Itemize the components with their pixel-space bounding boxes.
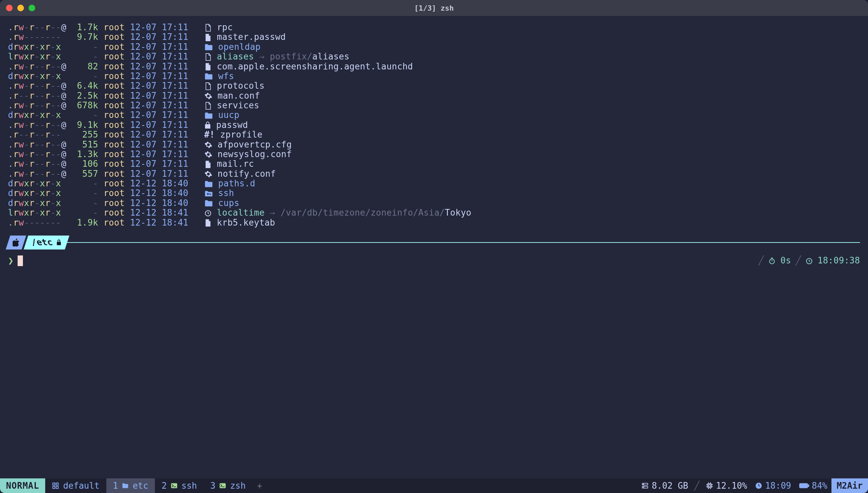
tmux-tab[interactable]: 1etc — [106, 478, 155, 493]
prompt-line: /etc — [8, 236, 860, 250]
cursor — [18, 255, 23, 266]
cpu-icon — [705, 482, 714, 490]
grid-icon — [52, 482, 59, 489]
file-row: lrwxr-xr-x - root 12-12 18:41 localtime … — [8, 208, 860, 218]
clock-icon — [806, 256, 813, 265]
file-listing: .rw-r--r--@ 1.7k root 12-07 17:11 rpc.rw… — [8, 23, 860, 228]
tmux-tab[interactable]: 2ssh — [155, 478, 204, 493]
gear-icon — [204, 149, 212, 159]
cpu-stat: 12.10% — [701, 481, 751, 491]
file-row: .rw------- 9.7k root 12-07 17:11 master.… — [8, 32, 860, 42]
file-name: wfs — [218, 71, 234, 81]
file-name: openldap — [218, 42, 261, 52]
tmux-statusbar: NORMAL default 1etc2ssh3zsh + 8.02 GB ╱ … — [0, 478, 868, 493]
file-name: ssh — [218, 188, 234, 198]
file-row: .rw-r--r--@ 678k root 12-07 17:11 servic… — [8, 101, 860, 110]
svg-rect-11 — [220, 484, 226, 488]
tmux-tab[interactable]: 3zsh — [204, 478, 253, 493]
hostname: M2Air — [831, 478, 868, 493]
svg-rect-10 — [171, 484, 177, 488]
file-name: notify.conf — [218, 169, 276, 179]
file-name: rpc — [217, 22, 233, 32]
clock-icon — [204, 208, 212, 218]
file-row: .rw-r--r--@ 82 root 12-07 17:11 com.appl… — [8, 62, 860, 71]
key-icon — [204, 188, 213, 198]
folder-icon — [204, 42, 213, 52]
window-title: [1/3] zsh — [414, 4, 453, 12]
file-row: drwxr-xr-x - root 12-07 17:11 uucp — [8, 110, 860, 120]
prompt-char: ❯ — [8, 255, 14, 266]
svg-rect-9 — [56, 486, 58, 488]
file-name: localtime — [217, 208, 265, 218]
file-row: drwxr-xr-x - root 12-07 17:11 openldap — [8, 42, 860, 52]
file-name: uucp — [218, 110, 239, 120]
file-name: man.conf — [218, 91, 260, 101]
doc-icon — [204, 62, 212, 71]
svg-point-14 — [643, 484, 644, 485]
file-row: .rw-r--r--@ 1.7k root 12-07 17:11 rpc — [8, 23, 860, 32]
terminal-window: [1/3] zsh .rw-r--r--@ 1.7k root 12-07 17… — [0, 0, 868, 493]
doc-icon — [204, 159, 212, 169]
lock-icon — [56, 239, 62, 246]
doc-icon — [204, 218, 212, 228]
add-tab-button[interactable]: + — [252, 481, 267, 491]
file-name: passwd — [216, 120, 248, 130]
folder-icon — [204, 110, 213, 120]
file-name: afpovertcp.cfg — [218, 140, 292, 150]
folder-icon — [122, 483, 129, 488]
disk-stat: 8.02 GB — [637, 481, 692, 491]
vim-mode: NORMAL — [0, 478, 45, 493]
file-name: newsyslog.conf — [218, 149, 292, 159]
close-button[interactable] — [6, 5, 13, 11]
file-name: mail.rc — [217, 159, 254, 169]
file-row: drwxr-xr-x - root 12-12 18:40 ssh — [8, 188, 860, 198]
svg-rect-7 — [56, 483, 58, 485]
svg-rect-2 — [210, 194, 211, 195]
file-row: .rw------- 1.9k root 12-12 18:41 krb5.ke… — [8, 218, 860, 228]
svg-point-0 — [207, 193, 208, 195]
file-name: cups — [218, 198, 239, 208]
file-name: services — [217, 100, 259, 110]
clock-icon — [755, 482, 762, 489]
file-row: .rw-r--r--@ 106 root 12-07 17:11 mail.rc — [8, 159, 860, 169]
minimize-button[interactable] — [17, 5, 24, 11]
stopwatch-icon — [768, 256, 776, 265]
file-icon — [204, 100, 212, 110]
file-name: paths.d — [218, 178, 256, 188]
file-row: drwxr-xr-x - root 12-07 17:11 wfs — [8, 71, 860, 81]
input-line[interactable]: ❯ ╱ 0s ╱ 18:09:38 — [8, 255, 860, 269]
gear-icon — [204, 140, 212, 150]
file-name: krb5.keytab — [217, 218, 275, 228]
terminal-body[interactable]: .rw-r--r--@ 1.7k root 12-07 17:11 rpc.rw… — [0, 16, 868, 478]
file-name: aliases — [217, 51, 254, 62]
svg-rect-8 — [53, 486, 55, 488]
file-row: drwxr-xr-x - root 12-12 18:40 paths.d — [8, 179, 860, 188]
file-row: .rw-r--r--@ 9.1k root 12-07 17:11 passwd — [8, 120, 860, 130]
term-icon — [219, 483, 226, 489]
file-row: .r--r--r-- 255 root 12-07 17:11 #! zprof… — [8, 130, 860, 140]
folder-icon — [204, 178, 213, 188]
doc-icon — [204, 32, 212, 42]
session-name[interactable]: default — [45, 478, 106, 493]
maximize-button[interactable] — [28, 5, 35, 11]
prompt-segment-path: /etc — [24, 236, 69, 250]
file-name: protocols — [217, 81, 265, 91]
file-row: .rw-r--r--@ 557 root 12-07 17:11 notify.… — [8, 169, 860, 179]
file-icon — [204, 81, 212, 91]
file-row: .rw-r--r--@ 515 root 12-07 17:11 afpover… — [8, 140, 860, 150]
duration-value: 0s — [780, 256, 791, 265]
gear-icon — [204, 169, 212, 179]
term-icon — [171, 483, 177, 489]
apple-icon — [13, 238, 19, 246]
svg-rect-6 — [53, 483, 55, 485]
svg-rect-17 — [708, 485, 711, 487]
file-row: .r--r--r--@ 2.5k root 12-07 17:11 man.co… — [8, 91, 860, 101]
file-icon — [204, 22, 212, 32]
file-icon — [204, 51, 212, 62]
file-name: zprofile — [220, 130, 262, 140]
disk-icon — [641, 482, 649, 489]
file-name: com.apple.screensharing.agent.launchd — [217, 62, 413, 71]
file-name: master.passwd — [217, 32, 286, 42]
file-row: drwxr-xr-x - root 12-12 18:40 cups — [8, 198, 860, 208]
file-row: lrwxr-xr-x - root 12-07 17:11 aliases → … — [8, 52, 860, 62]
